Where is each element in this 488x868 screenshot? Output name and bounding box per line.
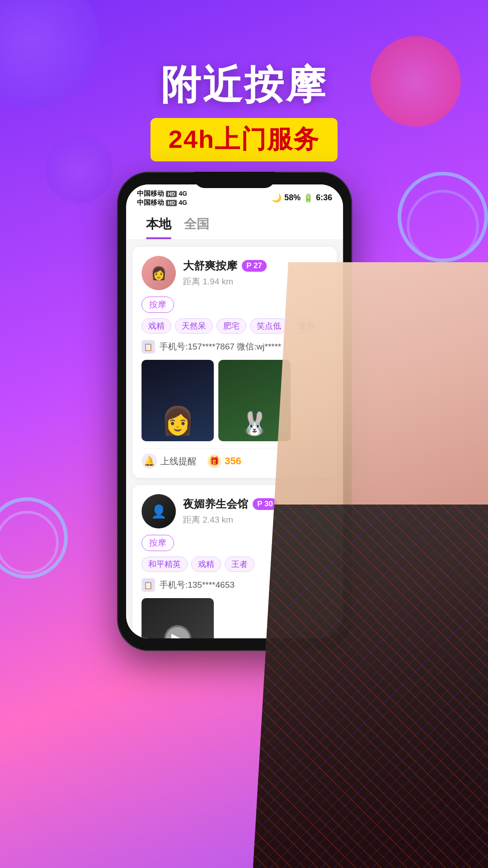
status-bar: 中国移动 HD 4G 中国移动 HD 4G 🌙 58% 🔋 6:36 (126, 184, 343, 209)
ring-decoration-right-2 (407, 190, 479, 262)
carrier-info: 中国移动 HD 4G 中国移动 HD 4G (137, 189, 187, 207)
card-1: 👩 大舒爽按摩 P 27 距离 1.94 km 按摩 (132, 247, 337, 478)
name-row-1: 大舒爽按摩 P 27 (183, 259, 328, 273)
contact-text-2: 手机号:135****4653 (160, 579, 235, 591)
online-alert-btn[interactable]: 🔔 上线提醒 (141, 453, 197, 469)
avatar-1[interactable]: 👩 (141, 256, 176, 290)
avatar-image-2: 👤 (141, 494, 176, 528)
phone-screen: 中国移动 HD 4G 中国移动 HD 4G 🌙 58% 🔋 6:36 本地 全国 (126, 184, 343, 638)
screen-content: 👩 大舒爽按摩 P 27 距离 1.94 km 按摩 (126, 240, 343, 638)
action-row-1: 🔔 上线提醒 🎁 356 (141, 448, 328, 469)
profile-name-1: 大舒爽按摩 (183, 259, 237, 273)
name-row-2: 夜媚养生会馆 P 30 (183, 497, 328, 511)
tag-1-3[interactable]: 笑点低 (250, 318, 288, 334)
level-badge-2: P 30 (253, 498, 277, 510)
contact-row-2: 📋 手机号:135****4653 (141, 578, 328, 592)
profile-info-1: 大舒爽按摩 P 27 距离 1.94 km (183, 259, 328, 288)
tag-1-4[interactable]: 慢热 (291, 318, 321, 334)
tag-1-1[interactable]: 天然呆 (175, 318, 213, 334)
photo-grid-1 (141, 360, 328, 441)
profile-row-2: 👤 夜媚养生会馆 P 30 距离 2.43 km (141, 494, 328, 528)
tag-1-2[interactable]: 肥宅 (216, 318, 246, 334)
contact-icon-2: 📋 (141, 578, 155, 592)
service-tag-1[interactable]: 按摩 (141, 297, 174, 313)
contact-text-1: 手机号:157****7867 微信:wj***** (160, 341, 281, 353)
tab-national[interactable]: 全国 (178, 216, 216, 239)
profile-name-2: 夜媚养生会馆 (183, 497, 248, 511)
tags-row-1: 戏精 天然呆 肥宅 笑点低 慢热 (141, 318, 328, 334)
gift-btn[interactable]: 🎁 356 (207, 454, 241, 468)
gift-count: 356 (225, 455, 241, 467)
gift-icon: 🎁 (207, 454, 221, 468)
phone-mockup: 中国移动 HD 4G 中国移动 HD 4G 🌙 58% 🔋 6:36 本地 全国 (117, 172, 352, 651)
profile-row-1: 👩 大舒爽按摩 P 27 距离 1.94 km (141, 256, 328, 290)
distance-1: 距离 1.94 km (183, 276, 328, 288)
photo-1-1[interactable] (141, 360, 214, 441)
battery-icon: 🔋 (303, 193, 313, 203)
phone-frame: 中国移动 HD 4G 中国移动 HD 4G 🌙 58% 🔋 6:36 本地 全国 (117, 172, 352, 651)
time-display: 6:36 (316, 193, 332, 203)
photo-1-2[interactable] (218, 360, 291, 441)
hero-subtitle: 24h上门服务 (150, 118, 338, 161)
bell-icon: 🔔 (141, 453, 157, 469)
avatar-image-1: 👩 (141, 256, 176, 290)
tag-2-1[interactable]: 戏精 (191, 557, 221, 572)
contact-row-1: 📋 手机号:157****7867 微信:wj***** (141, 340, 328, 354)
profile-info-2: 夜媚养生会馆 P 30 距离 2.43 km (183, 497, 328, 526)
tab-local[interactable]: 本地 (140, 216, 178, 239)
carrier-name-2: 中国移动 HD 4G (137, 198, 187, 207)
tab-bar: 本地 全国 (126, 209, 343, 240)
level-badge-1: P 27 (242, 260, 267, 272)
service-tag-2[interactable]: 按摩 (141, 535, 174, 551)
carrier-name: 中国移动 HD 4G (137, 189, 187, 198)
online-alert-label: 上线提醒 (160, 455, 197, 467)
avatar-2[interactable]: 👤 (141, 494, 176, 528)
tags-row-2: 和平精英 戏精 王者 (141, 557, 328, 572)
battery-percent: 58% (284, 193, 300, 203)
status-right: 🌙 58% 🔋 6:36 (272, 193, 332, 203)
phone-notch (194, 172, 275, 188)
contact-icon-1: 📋 (141, 340, 155, 354)
distance-2: 距离 2.43 km (183, 514, 328, 526)
hero-section: 附近按摩 24h上门服务 (0, 0, 488, 161)
hero-title: 附近按摩 (0, 63, 488, 107)
tag-2-2[interactable]: 王者 (225, 557, 254, 572)
photo-2-1[interactable]: ▶ (141, 598, 214, 638)
tag-1-0[interactable]: 戏精 (141, 318, 171, 334)
moon-icon: 🌙 (272, 193, 282, 203)
photo-grid-2: ▶ (141, 598, 328, 638)
play-button[interactable]: ▶ (166, 627, 189, 638)
tag-2-0[interactable]: 和平精英 (141, 557, 188, 572)
card-2: 👤 夜媚养生会馆 P 30 距离 2.43 km 按摩 (132, 485, 337, 638)
